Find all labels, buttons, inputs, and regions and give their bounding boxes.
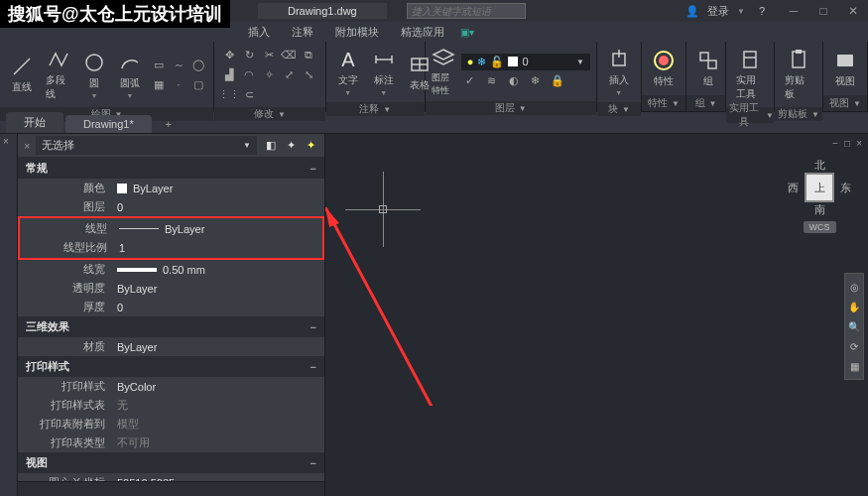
props-plotstyle-value[interactable]: ByColor <box>117 379 324 394</box>
left-dock-strip[interactable]: × <box>0 134 18 496</box>
viewport-restore-icon[interactable]: □ <box>844 138 850 149</box>
layer-freeze-icon[interactable]: ❄ <box>527 72 545 90</box>
layer-iso-icon[interactable]: ◐ <box>505 72 523 90</box>
props-color-label: 颜色 <box>18 181 117 195</box>
rotate-icon[interactable]: ↻ <box>240 46 258 63</box>
viewport-minimize-icon[interactable]: − <box>832 138 838 149</box>
nav-pan-icon[interactable]: ✋ <box>847 300 861 313</box>
clipboard-button[interactable]: 剪贴板 <box>781 46 816 103</box>
svg-rect-17 <box>793 52 805 67</box>
minimize-button[interactable]: ─ <box>779 0 808 22</box>
svg-rect-13 <box>700 53 708 61</box>
nav-wheel-icon[interactable]: ◎ <box>847 280 861 294</box>
close-button[interactable]: ✕ <box>838 0 868 22</box>
fillet-icon[interactable]: ◠ <box>240 65 258 83</box>
viewcube-west[interactable]: 西 <box>788 181 799 195</box>
stretch-icon[interactable]: ⤢ <box>280 65 298 83</box>
ribbon-tab-addons[interactable]: 附加模块 <box>325 23 389 42</box>
login-link[interactable]: 登录 <box>707 4 729 19</box>
rect-icon[interactable]: ▭ <box>150 56 168 73</box>
ellipse-icon[interactable]: ◯ <box>189 56 207 73</box>
props-plottable-value[interactable]: 无 <box>117 398 324 413</box>
viewcube-north[interactable]: 北 <box>814 158 825 173</box>
ribbon-tab-featured[interactable]: 精选应用 <box>391 23 454 42</box>
group-icon <box>696 49 720 72</box>
erase-icon[interactable]: ⌫ <box>280 46 298 63</box>
props-pick-icon[interactable]: ◧ <box>263 138 279 154</box>
props-section-3d[interactable]: 三维效果− <box>18 316 324 337</box>
props-lineweight-value[interactable]: 0.50 mm <box>117 262 324 277</box>
line-button[interactable]: 直线 <box>6 53 38 96</box>
props-material-label: 材质 <box>18 339 117 354</box>
explode-icon[interactable]: ✧ <box>260 65 278 83</box>
nav-zoom-icon[interactable]: 🔍 <box>847 319 861 333</box>
insert-button[interactable]: 插入▼ <box>603 46 635 98</box>
props-close-icon[interactable]: × <box>24 140 30 152</box>
drawing-canvas[interactable]: − □ × 北 西 上 东 南 WCS ◎ ✋ 🔍 ⟳ ▦ <box>325 134 868 496</box>
offset-icon[interactable]: ⊂ <box>240 85 258 103</box>
ribbon-tab-annotate[interactable]: 注释 <box>282 23 323 42</box>
ribbon-tab-expand-icon[interactable]: ▣▾ <box>460 27 474 38</box>
props-ltscale-value[interactable]: 1 <box>119 240 322 255</box>
copy-icon[interactable]: ⧉ <box>300 46 317 63</box>
props-thickness-value[interactable]: 0 <box>117 300 324 314</box>
nav-showmotion-icon[interactable]: ▦ <box>847 359 861 373</box>
dock-close-icon[interactable]: × <box>3 136 9 147</box>
file-tab-add-button[interactable]: + <box>160 115 178 133</box>
props-layer-value[interactable]: 0 <box>117 199 324 214</box>
move-icon[interactable]: ✥ <box>220 46 238 63</box>
layer-combo[interactable]: ● ❄ 🔓 0 ▼ <box>461 54 590 70</box>
viewcube-east[interactable]: 东 <box>840 181 851 195</box>
layer-lock-icon[interactable]: 🔒 <box>549 72 566 90</box>
props-filter-icon[interactable]: ✦ <box>303 138 318 154</box>
point-icon[interactable]: ∙ <box>170 75 187 93</box>
props-section-general[interactable]: 常规− <box>18 158 324 179</box>
props-section-plot[interactable]: 打印样式− <box>18 356 324 377</box>
file-tab-drawing[interactable]: Drawing1* <box>65 115 152 133</box>
maximize-button[interactable]: □ <box>808 0 838 22</box>
mirror-icon[interactable]: ▟ <box>220 65 238 83</box>
props-color-value[interactable]: ByLayer <box>117 181 324 195</box>
user-icon[interactable]: 👤 <box>685 5 699 18</box>
layer-match-icon[interactable]: ≋ <box>483 72 501 90</box>
panel-annotate-label: 注释 <box>359 102 379 116</box>
circle-button[interactable]: 圆▼ <box>78 49 110 101</box>
group-button[interactable]: 组 <box>692 47 724 90</box>
login-dropdown-icon[interactable]: ▼ <box>737 7 745 16</box>
viewport-close-icon[interactable]: × <box>856 138 862 149</box>
viewcube-south[interactable]: 南 <box>814 202 825 217</box>
layer-properties-button[interactable]: 图层特性 <box>432 46 455 97</box>
region-icon[interactable]: ▢ <box>189 75 207 93</box>
props-selection-combo[interactable]: 无选择 ▼ <box>36 136 257 155</box>
help-icon[interactable]: ? <box>759 5 765 17</box>
trim-icon[interactable]: ✂ <box>260 46 278 63</box>
text-button[interactable]: A 文字▼ <box>332 46 364 98</box>
hatch-icon[interactable]: ▦ <box>150 75 168 93</box>
props-transparency-value[interactable]: ByLayer <box>117 281 324 296</box>
props-section-view[interactable]: 视图− <box>18 452 324 473</box>
array-icon[interactable]: ⋮⋮ <box>220 85 238 103</box>
dimension-button[interactable]: 标注▼ <box>368 46 400 98</box>
search-input[interactable] <box>407 3 526 19</box>
viewcube-wcs-label[interactable]: WCS <box>804 221 836 233</box>
properties-button[interactable]: 特性 <box>648 47 680 90</box>
props-linetype-value[interactable]: ByLayer <box>119 221 322 236</box>
utilities-button[interactable]: 实用工具 <box>732 46 768 103</box>
props-plottype-value[interactable]: 不可用 <box>117 435 324 450</box>
line-icon <box>10 55 34 78</box>
ribbon-tab-insert[interactable]: 插入 <box>238 23 280 42</box>
props-plotattach-value[interactable]: 模型 <box>117 417 324 432</box>
svg-line-20 <box>325 207 444 406</box>
arc-button[interactable]: 圆弧▼ <box>114 49 146 101</box>
polyline-button[interactable]: 多段线 <box>42 46 74 103</box>
file-tab-start[interactable]: 开始 <box>6 112 63 133</box>
viewcube[interactable]: 北 西 上 东 南 WCS <box>785 158 854 247</box>
props-material-value[interactable]: ByLayer <box>117 339 324 354</box>
spline-icon[interactable]: ～ <box>170 56 187 73</box>
viewcube-top-face[interactable]: 上 <box>805 173 834 202</box>
props-quick-icon[interactable]: ✦ <box>283 138 299 154</box>
nav-orbit-icon[interactable]: ⟳ <box>847 339 861 353</box>
layer-make-current-icon[interactable]: ✓ <box>461 72 479 90</box>
view-button[interactable]: 视图 <box>829 47 861 90</box>
scale-icon[interactable]: ⤡ <box>300 65 317 83</box>
